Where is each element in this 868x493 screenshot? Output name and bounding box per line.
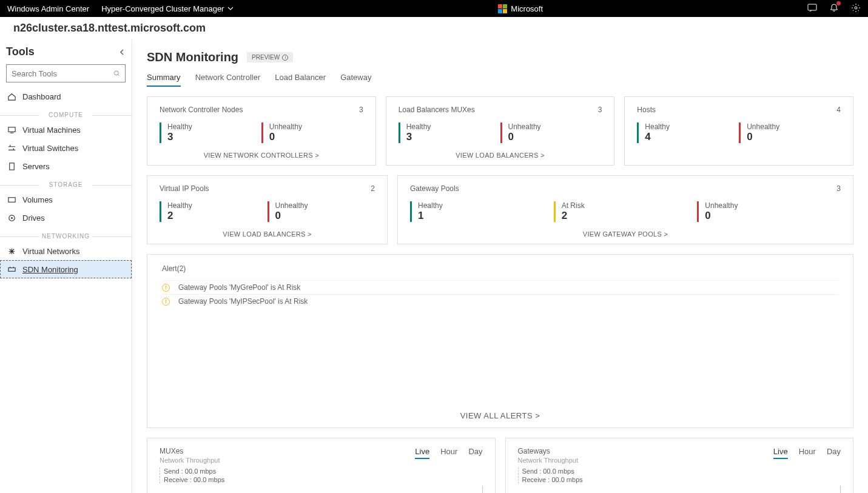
svg-point-7 xyxy=(12,217,13,218)
alerts-title: Alert(2) xyxy=(162,264,838,273)
chart-receive-stat: Receive : 00.0 mbps xyxy=(518,476,841,483)
metric-value: 0 xyxy=(747,131,841,143)
metric-healthy: Healthy 3 xyxy=(160,122,261,143)
sidebar-item-servers[interactable]: Servers xyxy=(0,157,132,175)
tab-load-balancer[interactable]: Load Balancer xyxy=(275,73,326,87)
sidebar-item-label: Volumes xyxy=(22,195,53,204)
warning-icon: ! xyxy=(162,298,170,306)
sidebar-item-sdn[interactable]: SDN Monitoring xyxy=(0,260,132,278)
vm-icon xyxy=(7,126,16,135)
card-title: Network Controller Nodes xyxy=(160,106,243,114)
sidebar-item-vnets[interactable]: Virtual Networks xyxy=(0,242,132,260)
page-title: SDN Monitoring xyxy=(147,50,238,64)
feedback-icon[interactable] xyxy=(807,3,817,15)
sidebar-item-drives[interactable]: Drives xyxy=(0,209,132,227)
chart-subtitle: Network Throughput xyxy=(160,457,220,464)
sidebar-section-storage: STORAGE xyxy=(0,181,132,188)
tabs: Summary Network Controller Load Balancer… xyxy=(147,73,853,87)
tab-network-controller[interactable]: Network Controller xyxy=(195,73,261,87)
search-tools-input[interactable] xyxy=(6,64,126,82)
time-tab-day[interactable]: Day xyxy=(468,447,482,459)
notifications-icon[interactable] xyxy=(829,3,839,15)
metric-label: Healthy xyxy=(406,122,500,131)
svg-rect-8 xyxy=(8,267,15,271)
time-range-tabs: Live Hour Day xyxy=(773,447,841,459)
metric-unhealthy: Unhealthy 0 xyxy=(739,122,841,143)
volume-icon xyxy=(7,195,16,204)
view-network-controllers-link[interactable]: VIEW NETWORK CONTROLLERS > xyxy=(160,152,363,159)
chart-title: MUXes xyxy=(160,447,220,455)
chart-send-stat: Send : 00.0 mbps xyxy=(518,468,841,475)
switch-icon xyxy=(7,144,16,153)
time-range-tabs: Live Hour Day xyxy=(415,447,482,459)
card-gateway-pools: Gateway Pools 3 Healthy 1 At Risk 2 Unhe… xyxy=(397,175,853,244)
chart-gateways: Gateways Network Throughput Live Hour Da… xyxy=(505,438,854,493)
card-count: 4 xyxy=(836,106,841,114)
server-icon xyxy=(7,162,16,171)
main-content: SDN Monitoring PREVIEW i Summary Network… xyxy=(132,39,868,493)
search-input-field[interactable] xyxy=(12,69,113,78)
manager-dropdown[interactable]: Hyper-Converged Cluster Manager xyxy=(101,4,234,13)
card-load-balancers-muxes: Load Balancers MUXes 3 Healthy 3 Unhealt… xyxy=(386,96,615,166)
metric-at-risk: At Risk 2 xyxy=(554,201,698,222)
sidebar-item-label: Servers xyxy=(22,162,50,171)
chart-send-stat: Send : 00.0 mbps xyxy=(160,468,483,475)
metric-label: Unhealthy xyxy=(747,122,841,131)
svg-rect-3 xyxy=(8,127,15,132)
view-gateway-pools-link[interactable]: VIEW GATEWAY POOLS > xyxy=(410,230,841,238)
microsoft-logo-icon xyxy=(498,4,507,13)
search-icon xyxy=(113,69,120,78)
warning-icon: ! xyxy=(162,284,170,292)
svg-point-2 xyxy=(114,71,118,75)
settings-icon[interactable] xyxy=(851,3,861,15)
time-tab-hour[interactable]: Hour xyxy=(799,447,816,459)
alert-row[interactable]: ! Gateway Pools 'MyIPSecPool' is At Risk xyxy=(162,294,838,308)
host-name: n26cluster.sa18.nttest.microsoft.com xyxy=(0,17,868,39)
sidebar-item-label: Virtual Machines xyxy=(22,126,81,135)
card-count: 2 xyxy=(371,184,375,193)
svg-rect-0 xyxy=(808,4,816,10)
sidebar-title: Tools xyxy=(6,45,35,58)
tab-summary[interactable]: Summary xyxy=(147,73,181,87)
vnet-icon xyxy=(7,247,16,256)
sidebar-section-networking: NETWORKING xyxy=(0,233,132,240)
metric-label: Unhealthy xyxy=(275,201,375,210)
metric-value: 0 xyxy=(269,131,363,143)
card-title: Load Balancers MUXes xyxy=(399,106,475,114)
sidebar-item-vswitches[interactable]: Virtual Switches xyxy=(0,139,132,157)
view-load-balancers-link[interactable]: VIEW LOAD BALANCERS > xyxy=(160,230,375,238)
metric-value: 1 xyxy=(418,210,554,222)
time-tab-hour[interactable]: Hour xyxy=(440,447,457,459)
sidebar-item-label: SDN Monitoring xyxy=(22,265,78,274)
metric-value: 3 xyxy=(406,131,500,143)
view-all-alerts-link[interactable]: VIEW ALL ALERTS > xyxy=(162,411,838,420)
view-load-balancers-link[interactable]: VIEW LOAD BALANCERS > xyxy=(399,152,602,159)
metric-label: Healthy xyxy=(418,201,554,210)
sidebar-item-vms[interactable]: Virtual Machines xyxy=(0,121,132,139)
card-title: Gateway Pools xyxy=(410,184,459,193)
metric-value: 3 xyxy=(167,131,261,143)
card-hosts: Hosts 4 Healthy 4 Unhealthy 0 xyxy=(624,96,853,166)
sidebar-section-compute: COMPUTE xyxy=(0,112,132,118)
metric-value: 2 xyxy=(562,210,698,222)
sidebar-item-label: Dashboard xyxy=(22,92,61,101)
alert-row[interactable]: ! Gateway Pools 'MyGrePool' is At Risk xyxy=(162,280,838,294)
card-count: 3 xyxy=(359,106,363,114)
time-tab-live[interactable]: Live xyxy=(773,447,788,459)
metric-unhealthy: Unhealthy 0 xyxy=(267,201,375,222)
time-tab-live[interactable]: Live xyxy=(415,447,429,459)
metric-healthy: Healthy 4 xyxy=(637,122,739,143)
sidebar-item-dashboard[interactable]: Dashboard xyxy=(0,87,132,106)
chart-plot-area xyxy=(518,486,841,493)
tab-gateway[interactable]: Gateway xyxy=(340,73,371,87)
time-tab-day[interactable]: Day xyxy=(827,447,841,459)
svg-point-1 xyxy=(855,7,857,9)
sidebar-item-volumes[interactable]: Volumes xyxy=(0,190,132,209)
info-icon[interactable]: i xyxy=(282,55,288,61)
chevron-down-icon xyxy=(227,5,234,12)
collapse-sidebar-icon[interactable] xyxy=(118,49,126,56)
metric-unhealthy: Unhealthy 0 xyxy=(697,201,841,222)
metric-label: Unhealthy xyxy=(269,122,363,131)
drive-icon xyxy=(7,213,16,223)
metric-healthy: Healthy 2 xyxy=(160,201,267,222)
